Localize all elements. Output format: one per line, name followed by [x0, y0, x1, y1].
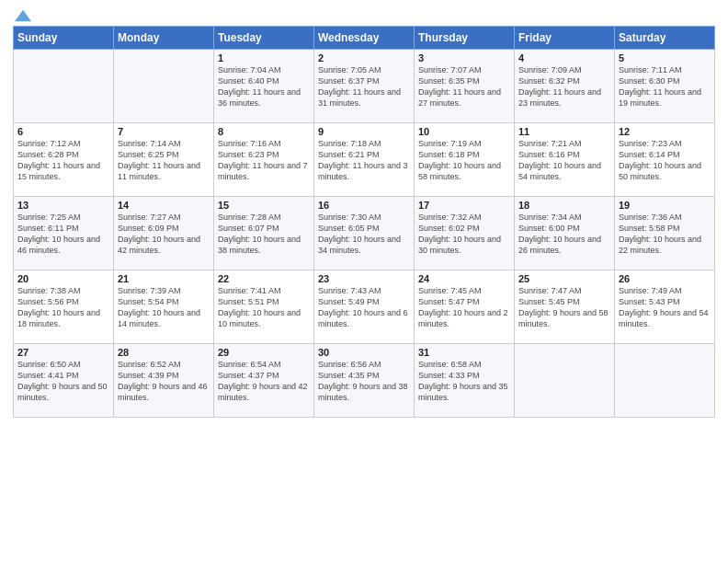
day-info: Sunrise: 6:50 AM Sunset: 4:41 PM Dayligh…: [17, 359, 109, 404]
day-info: Sunrise: 7:30 AM Sunset: 6:05 PM Dayligh…: [318, 212, 410, 257]
calendar-cell: 28Sunrise: 6:52 AM Sunset: 4:39 PM Dayli…: [114, 344, 214, 418]
day-number: 18: [518, 200, 610, 211]
day-number: 27: [17, 347, 109, 358]
header: [13, 9, 715, 22]
calendar-cell: [14, 50, 114, 123]
calendar-week-row: 6Sunrise: 7:12 AM Sunset: 6:28 PM Daylig…: [14, 123, 715, 197]
day-info: Sunrise: 7:41 AM Sunset: 5:51 PM Dayligh…: [218, 285, 310, 330]
calendar-week-row: 27Sunrise: 6:50 AM Sunset: 4:41 PM Dayli…: [14, 344, 715, 418]
calendar-header-row: SundayMondayTuesdayWednesdayThursdayFrid…: [14, 27, 715, 50]
calendar-cell: [114, 50, 214, 123]
day-info: Sunrise: 7:16 AM Sunset: 6:23 PM Dayligh…: [218, 138, 310, 183]
day-number: 28: [118, 347, 210, 358]
day-number: 16: [318, 200, 410, 211]
calendar-cell: 29Sunrise: 6:54 AM Sunset: 4:37 PM Dayli…: [214, 344, 314, 418]
day-number: 3: [418, 52, 510, 63]
day-number: 11: [518, 126, 610, 137]
day-number: 14: [118, 200, 210, 211]
calendar-cell: 31Sunrise: 6:58 AM Sunset: 4:33 PM Dayli…: [415, 344, 515, 418]
calendar-cell: 3Sunrise: 7:07 AM Sunset: 6:35 PM Daylig…: [415, 50, 515, 123]
day-info: Sunrise: 7:47 AM Sunset: 5:45 PM Dayligh…: [518, 285, 610, 330]
calendar-cell: 18Sunrise: 7:34 AM Sunset: 6:00 PM Dayli…: [515, 197, 615, 270]
svg-marker-0: [15, 10, 31, 22]
calendar-cell: 27Sunrise: 6:50 AM Sunset: 4:41 PM Dayli…: [14, 344, 114, 418]
day-number: 15: [218, 200, 310, 211]
day-info: Sunrise: 7:18 AM Sunset: 6:21 PM Dayligh…: [318, 138, 410, 183]
day-info: Sunrise: 7:14 AM Sunset: 6:25 PM Dayligh…: [118, 138, 210, 183]
calendar-cell: 17Sunrise: 7:32 AM Sunset: 6:02 PM Dayli…: [415, 197, 515, 270]
day-info: Sunrise: 7:43 AM Sunset: 5:49 PM Dayligh…: [318, 285, 410, 330]
day-header-thursday: Thursday: [415, 27, 515, 50]
calendar-cell: 23Sunrise: 7:43 AM Sunset: 5:49 PM Dayli…: [314, 270, 415, 344]
day-info: Sunrise: 7:28 AM Sunset: 6:07 PM Dayligh…: [218, 212, 310, 257]
calendar-cell: 1Sunrise: 7:04 AM Sunset: 6:40 PM Daylig…: [214, 50, 314, 123]
day-number: 24: [418, 273, 510, 284]
day-info: Sunrise: 7:25 AM Sunset: 6:11 PM Dayligh…: [17, 212, 109, 257]
day-number: 17: [418, 200, 510, 211]
day-header-wednesday: Wednesday: [314, 27, 415, 50]
day-info: Sunrise: 7:04 AM Sunset: 6:40 PM Dayligh…: [218, 64, 310, 109]
logo-icon: [15, 9, 31, 22]
calendar-cell: 7Sunrise: 7:14 AM Sunset: 6:25 PM Daylig…: [114, 123, 214, 197]
day-number: 4: [518, 52, 610, 63]
day-info: Sunrise: 7:27 AM Sunset: 6:09 PM Dayligh…: [118, 212, 210, 257]
day-number: 20: [17, 273, 109, 284]
calendar-cell: 9Sunrise: 7:18 AM Sunset: 6:21 PM Daylig…: [314, 123, 415, 197]
day-info: Sunrise: 6:56 AM Sunset: 4:35 PM Dayligh…: [318, 359, 410, 404]
page: SundayMondayTuesdayWednesdayThursdayFrid…: [0, 0, 728, 563]
calendar-cell: 15Sunrise: 7:28 AM Sunset: 6:07 PM Dayli…: [214, 197, 314, 270]
calendar-cell: 10Sunrise: 7:19 AM Sunset: 6:18 PM Dayli…: [415, 123, 515, 197]
day-number: 31: [418, 347, 510, 358]
day-number: 1: [218, 52, 310, 63]
day-info: Sunrise: 7:09 AM Sunset: 6:32 PM Dayligh…: [518, 64, 610, 109]
day-info: Sunrise: 7:11 AM Sunset: 6:30 PM Dayligh…: [619, 64, 711, 109]
calendar-cell: [515, 344, 615, 418]
day-number: 19: [619, 200, 711, 211]
calendar-week-row: 20Sunrise: 7:38 AM Sunset: 5:56 PM Dayli…: [14, 270, 715, 344]
day-info: Sunrise: 7:36 AM Sunset: 5:58 PM Dayligh…: [619, 212, 711, 257]
day-header-saturday: Saturday: [615, 27, 715, 50]
day-info: Sunrise: 7:45 AM Sunset: 5:47 PM Dayligh…: [418, 285, 510, 330]
calendar-week-row: 13Sunrise: 7:25 AM Sunset: 6:11 PM Dayli…: [14, 197, 715, 270]
calendar-cell: 24Sunrise: 7:45 AM Sunset: 5:47 PM Dayli…: [415, 270, 515, 344]
day-number: 30: [318, 347, 410, 358]
day-info: Sunrise: 7:07 AM Sunset: 6:35 PM Dayligh…: [418, 64, 510, 109]
day-number: 5: [619, 52, 711, 63]
day-info: Sunrise: 7:38 AM Sunset: 5:56 PM Dayligh…: [17, 285, 109, 330]
day-info: Sunrise: 7:12 AM Sunset: 6:28 PM Dayligh…: [17, 138, 109, 183]
calendar-cell: 22Sunrise: 7:41 AM Sunset: 5:51 PM Dayli…: [214, 270, 314, 344]
day-info: Sunrise: 7:34 AM Sunset: 6:00 PM Dayligh…: [518, 212, 610, 257]
day-number: 2: [318, 52, 410, 63]
calendar-cell: [615, 344, 715, 418]
day-number: 13: [17, 200, 109, 211]
calendar-cell: 11Sunrise: 7:21 AM Sunset: 6:16 PM Dayli…: [515, 123, 615, 197]
calendar-cell: 12Sunrise: 7:23 AM Sunset: 6:14 PM Dayli…: [615, 123, 715, 197]
calendar-cell: 20Sunrise: 7:38 AM Sunset: 5:56 PM Dayli…: [14, 270, 114, 344]
calendar-cell: 8Sunrise: 7:16 AM Sunset: 6:23 PM Daylig…: [214, 123, 314, 197]
day-info: Sunrise: 6:52 AM Sunset: 4:39 PM Dayligh…: [118, 359, 210, 404]
calendar-cell: 13Sunrise: 7:25 AM Sunset: 6:11 PM Dayli…: [14, 197, 114, 270]
day-number: 12: [619, 126, 711, 137]
day-number: 21: [118, 273, 210, 284]
calendar-cell: 16Sunrise: 7:30 AM Sunset: 6:05 PM Dayli…: [314, 197, 415, 270]
day-number: 25: [518, 273, 610, 284]
calendar-cell: 14Sunrise: 7:27 AM Sunset: 6:09 PM Dayli…: [114, 197, 214, 270]
day-number: 29: [218, 347, 310, 358]
calendar-cell: 4Sunrise: 7:09 AM Sunset: 6:32 PM Daylig…: [515, 50, 615, 123]
calendar-cell: 21Sunrise: 7:39 AM Sunset: 5:54 PM Dayli…: [114, 270, 214, 344]
day-info: Sunrise: 7:32 AM Sunset: 6:02 PM Dayligh…: [418, 212, 510, 257]
day-number: 7: [118, 126, 210, 137]
day-header-tuesday: Tuesday: [214, 27, 314, 50]
logo: [13, 9, 31, 22]
day-number: 8: [218, 126, 310, 137]
calendar-cell: 26Sunrise: 7:49 AM Sunset: 5:43 PM Dayli…: [615, 270, 715, 344]
calendar-week-row: 1Sunrise: 7:04 AM Sunset: 6:40 PM Daylig…: [14, 50, 715, 123]
day-info: Sunrise: 7:23 AM Sunset: 6:14 PM Dayligh…: [619, 138, 711, 183]
calendar-cell: 30Sunrise: 6:56 AM Sunset: 4:35 PM Dayli…: [314, 344, 415, 418]
day-info: Sunrise: 7:39 AM Sunset: 5:54 PM Dayligh…: [118, 285, 210, 330]
day-number: 6: [17, 126, 109, 137]
day-number: 23: [318, 273, 410, 284]
day-number: 26: [619, 273, 711, 284]
calendar: SundayMondayTuesdayWednesdayThursdayFrid…: [13, 26, 715, 418]
calendar-cell: 6Sunrise: 7:12 AM Sunset: 6:28 PM Daylig…: [14, 123, 114, 197]
